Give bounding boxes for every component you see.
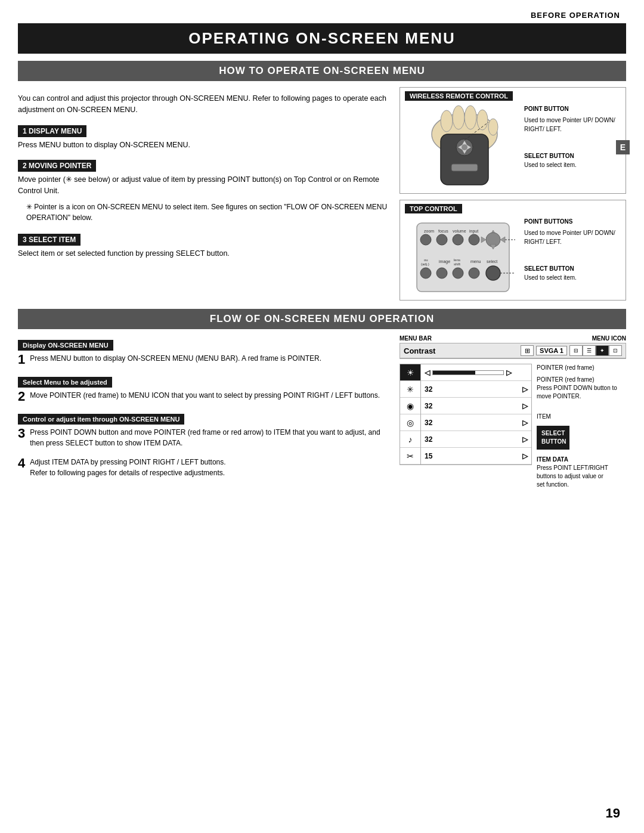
display-menu-label: 1 DISPLAY MENU bbox=[18, 125, 86, 137]
menu-icon-active: ✦ bbox=[596, 345, 609, 356]
select-button-box: SELECT BUTTON bbox=[537, 426, 569, 450]
select-button-desc-top: Used to select item. bbox=[524, 273, 621, 282]
item-row-2: ✳ bbox=[400, 381, 420, 398]
item-arrow-5: ▷ bbox=[522, 435, 528, 444]
step2-row: 2 Move POINTER (red frame) to MENU ICON … bbox=[18, 390, 388, 404]
select-button-label-top: SELECT BUTTON bbox=[524, 264, 621, 273]
svg-point-40 bbox=[486, 266, 500, 280]
svg-text:(adj.): (adj.) bbox=[421, 262, 429, 266]
item-arrow-4: ▷ bbox=[522, 419, 528, 427]
top-control-box: TOP CONTROL zoom focus volume input bbox=[400, 200, 626, 301]
point-buttons-label: POINT BUTTONS bbox=[524, 217, 621, 226]
svg-point-12 bbox=[462, 144, 467, 150]
svga-label: SVGA 1 bbox=[536, 346, 567, 355]
val-5: 32 bbox=[425, 435, 432, 444]
menu-icon-input: ⊞ bbox=[521, 345, 534, 356]
svg-text:image: image bbox=[439, 259, 450, 264]
svg-point-2 bbox=[453, 106, 465, 129]
svg-point-1 bbox=[441, 110, 453, 132]
pointer-sublabel: (red frame) bbox=[565, 364, 594, 371]
remote-image-area: POINT BUTTON Used to move Pointer UP/ DO… bbox=[405, 104, 621, 190]
data-row-2: 32 ▷ bbox=[421, 381, 531, 398]
item-row-4: ◎ bbox=[400, 414, 420, 431]
svg-text:zoom: zoom bbox=[424, 229, 434, 233]
menu-display: Contrast ⊞ SVGA 1 ⊟ ☰ ✦ ⊡ bbox=[400, 343, 626, 359]
pointer-section: ☀ ✳ ◉ ◎ ♪ ✂ ◁ ▷ 32 ▷ bbox=[400, 364, 626, 489]
svg-point-22 bbox=[453, 234, 463, 245]
step3-text: Press POINT DOWN button and move POINTER… bbox=[30, 427, 388, 448]
moving-pointer-label: 2 MOVING POINTER bbox=[18, 160, 96, 172]
select-item-text: Select item or set selected function by … bbox=[18, 248, 388, 259]
progress-bar-1 bbox=[432, 370, 504, 375]
menu-icon-3: ⊡ bbox=[609, 345, 622, 356]
svg-text:select: select bbox=[487, 259, 497, 264]
remote-control-drawing bbox=[405, 104, 524, 190]
flow-content: Display ON-SCREEN MENU 1 Press MENU butt… bbox=[0, 335, 644, 493]
item-label-text: ITEM bbox=[537, 413, 551, 420]
remote-annotations: POINT BUTTON Used to move Pointer UP/ DO… bbox=[524, 104, 621, 169]
e-badge: E bbox=[616, 140, 630, 154]
step1-text: Press MENU button to display ON-SCREEN M… bbox=[30, 353, 321, 364]
item-data-annotation: ITEM DATA Press POINT LEFT/RIGHT buttons… bbox=[537, 456, 626, 489]
items-icons: ☀ ✳ ◉ ◎ ♪ ✂ bbox=[400, 364, 421, 465]
control-adjust-label: Control or adjust item through ON-SCREEN… bbox=[18, 414, 184, 425]
flow-section-header: FLOW OF ON-SCREEN MENU OPERATION bbox=[18, 309, 626, 329]
svg-rect-13 bbox=[451, 164, 478, 171]
item-row-active: ☀ bbox=[400, 364, 420, 381]
point-button-desc: Used to move Pointer UP/ DOWN/ RIGHT/ LE… bbox=[524, 116, 621, 134]
svg-text:input: input bbox=[469, 229, 478, 234]
svg-text:focus: focus bbox=[438, 229, 448, 233]
section1-left-col: You can control and adjust this projecto… bbox=[18, 87, 388, 301]
val-3: 32 bbox=[425, 402, 432, 410]
svg-text:ou: ou bbox=[424, 258, 428, 262]
page-number: 19 bbox=[606, 806, 620, 821]
section1-header: HOW TO OPERATE ON-SCREEN MENU bbox=[18, 61, 626, 81]
flow-right-col: MENU BAR MENU ICON Contrast ⊞ SVGA 1 ⊟ ☰… bbox=[400, 335, 626, 493]
svg-point-38 bbox=[453, 268, 463, 278]
pointer-label: POINTER bbox=[537, 364, 563, 371]
data-row-3: 32 ▷ bbox=[421, 398, 531, 414]
svg-text:volume: volume bbox=[453, 229, 466, 233]
menu-icon-2: ☰ bbox=[583, 345, 596, 356]
main-title: OPERATING ON-SCREEN MENU bbox=[18, 23, 626, 54]
step3-number: 3 bbox=[18, 426, 25, 452]
intro-text: You can control and adjust this projecto… bbox=[18, 93, 388, 116]
svg-text:lens: lens bbox=[454, 258, 460, 262]
data-row-4: 32 ▷ bbox=[421, 414, 531, 431]
step4-text2: Refer to following pages for details of … bbox=[30, 469, 225, 477]
svg-text:menu: menu bbox=[470, 259, 481, 264]
top-control-title: TOP CONTROL bbox=[405, 204, 462, 213]
display-onscreen-label: Display ON-SCREEN MENU bbox=[18, 340, 113, 351]
select-button-line1: SELECT bbox=[541, 429, 565, 438]
item-arrow-6: ▷ bbox=[522, 452, 528, 460]
note-text: ✳ Pointer is a icon on ON-SCREEN MENU to… bbox=[26, 202, 388, 223]
svg-point-5 bbox=[488, 119, 498, 135]
step4-text: Adjust ITEM DATA by pressing POINT RIGHT… bbox=[30, 457, 225, 478]
item-label: ITEM bbox=[537, 413, 626, 421]
menu-labels-row: MENU BAR MENU ICON bbox=[400, 335, 626, 342]
pointer-frame-label: POINTER (red frame) bbox=[537, 364, 626, 372]
svg-point-20 bbox=[420, 234, 431, 245]
step1-row: 1 Press MENU button to display ON-SCREEN… bbox=[18, 353, 388, 367]
item-arrow-3: ▷ bbox=[522, 402, 528, 410]
page-header: BEFORE OPERATION bbox=[0, 0, 644, 23]
step3-row: 3 Press POINT DOWN button and move POINT… bbox=[18, 427, 388, 452]
menu-bar-label: MENU BAR bbox=[400, 335, 432, 342]
pointer-desc: POINTER (red frame) Press POINT DOWN but… bbox=[537, 376, 626, 401]
step1-number: 1 bbox=[18, 352, 25, 367]
point-button-label: POINT BUTTON bbox=[524, 104, 621, 113]
menu-icon-1: ⊟ bbox=[569, 345, 583, 356]
before-operation-label: BEFORE OPERATION bbox=[531, 11, 620, 20]
contrast-label: Contrast bbox=[404, 346, 435, 355]
step2-text: Move POINTER (red frame) to MENU ICON th… bbox=[30, 390, 380, 401]
step4-text1: Adjust ITEM DATA by pressing POINT RIGHT… bbox=[30, 458, 225, 466]
val-6: 15 bbox=[425, 452, 432, 460]
menu-icon-label: MENU ICON bbox=[592, 335, 626, 342]
val-2: 32 bbox=[425, 385, 432, 394]
item-data-label: ITEM DATA bbox=[537, 456, 568, 463]
data-row-1: ◁ ▷ bbox=[421, 364, 531, 381]
wireless-remote-box: WIRELESS REMOTE CONTROL bbox=[400, 87, 626, 194]
menu-bar-row: Contrast ⊞ SVGA 1 ⊟ ☰ ✦ ⊡ bbox=[400, 343, 626, 358]
flow-left-col: Display ON-SCREEN MENU 1 Press MENU butt… bbox=[18, 335, 388, 493]
point-buttons-desc: Used to move Pointer UP/ DOWN/ RIGHT/ LE… bbox=[524, 228, 621, 246]
